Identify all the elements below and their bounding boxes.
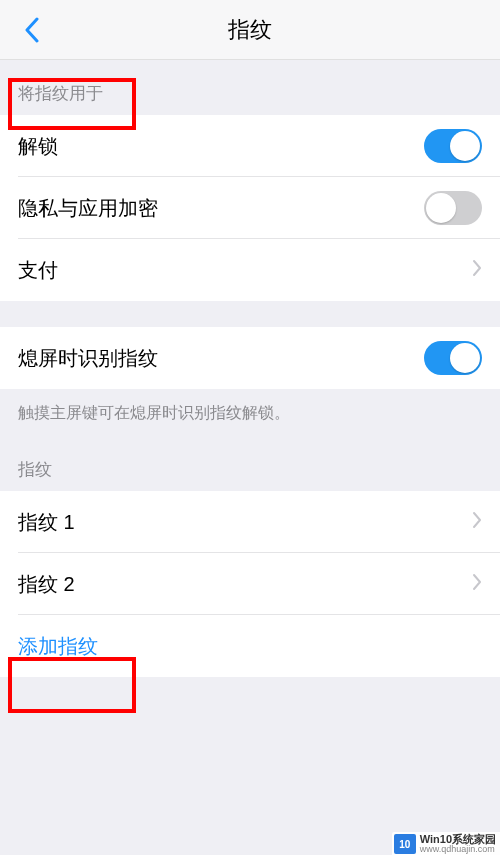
section-header-fingerprints: 指纹 <box>0 442 500 491</box>
row-label: 指纹 1 <box>18 509 75 536</box>
row-label: 支付 <box>18 257 58 284</box>
hint-text: 触摸主屏键可在熄屏时识别指纹解锁。 <box>0 389 500 442</box>
row-label: 熄屏时识别指纹 <box>18 345 158 372</box>
row-unlock[interactable]: 解锁 <box>0 115 500 177</box>
row-label: 指纹 2 <box>18 571 75 598</box>
chevron-left-icon <box>24 17 40 43</box>
row-screenoff-fingerprint[interactable]: 熄屏时识别指纹 <box>0 327 500 389</box>
navbar: 指纹 <box>0 0 500 60</box>
row-add-fingerprint[interactable]: 添加指纹 <box>0 615 500 677</box>
row-payment[interactable]: 支付 <box>0 239 500 301</box>
chevron-right-icon <box>472 259 482 281</box>
list-usage: 解锁 隐私与应用加密 支付 <box>0 115 500 301</box>
watermark-url: www.qdhuajin.com <box>420 845 496 854</box>
section-header-usage: 将指纹用于 <box>0 60 500 115</box>
row-label: 解锁 <box>18 133 58 160</box>
watermark-logo: 10 <box>394 834 416 854</box>
row-privacy-encrypt[interactable]: 隐私与应用加密 <box>0 177 500 239</box>
list-fingerprints: 指纹 1 指纹 2 添加指纹 <box>0 491 500 677</box>
list-screenoff: 熄屏时识别指纹 <box>0 327 500 389</box>
chevron-right-icon <box>472 573 482 595</box>
row-fingerprint-1[interactable]: 指纹 1 <box>0 491 500 553</box>
row-label: 隐私与应用加密 <box>18 195 158 222</box>
row-label: 添加指纹 <box>18 633 98 660</box>
row-fingerprint-2[interactable]: 指纹 2 <box>0 553 500 615</box>
toggle-screenoff[interactable] <box>424 341 482 375</box>
back-button[interactable] <box>12 10 52 50</box>
watermark: 10 Win10系统家园 www.qdhuajin.com <box>392 832 500 855</box>
toggle-unlock[interactable] <box>424 129 482 163</box>
page-title: 指纹 <box>0 15 500 45</box>
toggle-privacy[interactable] <box>424 191 482 225</box>
chevron-right-icon <box>472 511 482 533</box>
